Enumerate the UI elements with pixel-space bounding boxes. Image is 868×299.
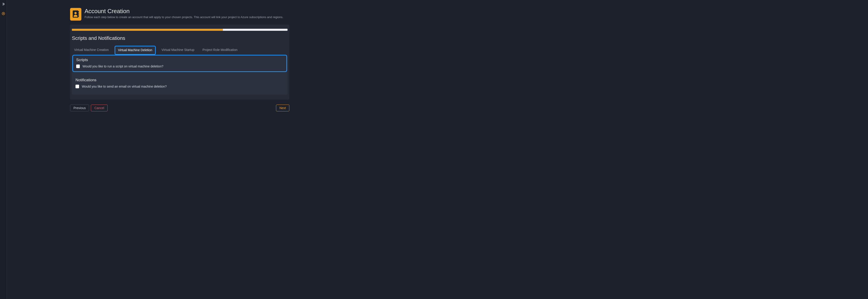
- svg-point-7: [74, 12, 76, 14]
- tab-vm-creation[interactable]: Virtual Machine Creation: [72, 46, 111, 54]
- notifications-question: Would you like to send an email on virtu…: [82, 85, 167, 88]
- svg-rect-4: [79, 11, 79, 12]
- page-title: Account Creation: [85, 8, 283, 15]
- plus-circle-icon: [2, 12, 5, 16]
- main-content: Account Creation Follow each step below …: [7, 0, 434, 120]
- page-header-text: Account Creation Follow each step below …: [85, 8, 283, 19]
- address-book-user-icon: [72, 10, 79, 19]
- next-button[interactable]: Next: [276, 105, 289, 111]
- scripts-section: Scripts Would you like to run a script o…: [72, 55, 287, 72]
- tab-vm-deletion[interactable]: Virtual Machine Deletion: [115, 46, 156, 55]
- notifications-checkbox[interactable]: [75, 85, 79, 88]
- notifications-check-row: Would you like to send an email on virtu…: [75, 85, 284, 88]
- wizard-footer: Previous Cancel Next: [70, 105, 289, 111]
- account-icon-badge: [70, 8, 81, 21]
- scripts-question: Would you like to run a script on virtua…: [83, 64, 163, 68]
- svg-rect-5: [79, 13, 79, 15]
- notifications-heading: Notifications: [75, 78, 284, 82]
- sidebar: [0, 0, 7, 150]
- footer-left-group: Previous Cancel: [70, 105, 107, 111]
- wizard-panel: Scripts and Notifications Virtual Machin…: [70, 25, 289, 100]
- previous-button[interactable]: Previous: [70, 105, 89, 111]
- cancel-button[interactable]: Cancel: [91, 105, 107, 111]
- sidebar-expand-button[interactable]: [1, 1, 6, 7]
- chevrons-right-icon: [2, 2, 5, 6]
- progress-bar-fill: [72, 29, 223, 31]
- tab-project-role-modification[interactable]: Project Role Modification: [200, 46, 240, 54]
- tab-bar: Virtual Machine Creation Virtual Machine…: [70, 46, 289, 54]
- svg-rect-6: [79, 15, 79, 17]
- notifications-section: Notifications Would you like to send an …: [72, 75, 287, 88]
- card-wrapper: Account Creation Follow each step below …: [70, 8, 289, 111]
- tab-body: Scripts Would you like to run a script o…: [72, 55, 287, 94]
- section-title: Scripts and Notifications: [70, 35, 289, 41]
- sidebar-add-button[interactable]: [1, 11, 6, 16]
- page-header: Account Creation Follow each step below …: [70, 8, 289, 21]
- scripts-check-row: Would you like to run a script on virtua…: [76, 64, 283, 68]
- progress-bar: [72, 29, 287, 31]
- scripts-checkbox[interactable]: [76, 64, 80, 68]
- page-subtitle: Follow each step below to create an acco…: [85, 16, 283, 19]
- scripts-heading: Scripts: [76, 58, 283, 62]
- tab-vm-startup[interactable]: Virtual Machine Startup: [159, 46, 197, 54]
